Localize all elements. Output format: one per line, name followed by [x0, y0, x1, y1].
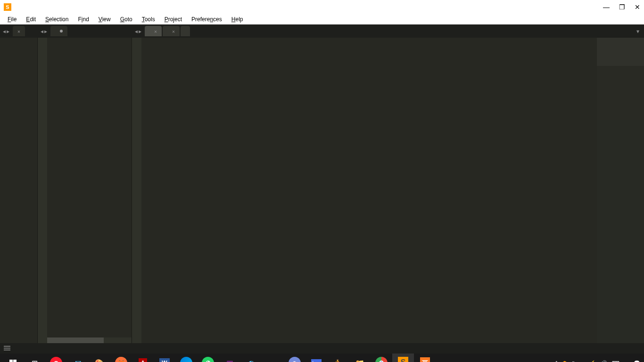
menu-file[interactable]: File — [4, 15, 20, 24]
tray-keyboard-icon[interactable]: ⌨ — [612, 360, 619, 362]
minimap[interactable] — [597, 38, 644, 343]
menu-help[interactable]: Help — [228, 15, 247, 24]
notifications-icon[interactable]: 💬 — [634, 360, 640, 362]
tab-item[interactable]: ✕ — [163, 26, 180, 36]
system-tray: ^ ⬢ ▯ ☁ ⚡ 🔊 ⌨ 💬 — [555, 360, 642, 362]
menu-find[interactable]: Find — [74, 15, 92, 24]
xampp-icon[interactable]: ਲ — [414, 354, 436, 362]
window-titlebar: S — ❐ ✕ — [0, 0, 644, 14]
status-bar — [0, 343, 644, 354]
tray-shield-icon[interactable]: ⬢ — [562, 360, 567, 362]
task-view-icon[interactable]: ⊞ — [24, 354, 45, 362]
opera-icon[interactable]: O — [45, 354, 67, 362]
tab-group-1: ◀▶ ✕ — [0, 25, 38, 38]
editor-workspace — [0, 38, 644, 343]
close-button[interactable]: ✕ — [635, 3, 640, 11]
edge-icon[interactable]: e — [175, 354, 197, 362]
tray-onedrive-icon[interactable]: ☁ — [579, 360, 585, 362]
discord-icon[interactable]: 👁 — [284, 354, 305, 362]
window-controls: — ❐ ✕ — [603, 3, 640, 11]
tab-item[interactable]: ✕ — [13, 26, 25, 36]
vscode-icon[interactable]: ⬧ — [262, 354, 284, 362]
editor-pane-1[interactable] — [0, 38, 38, 343]
mail-icon[interactable]: ✉ — [67, 354, 89, 362]
tray-battery-icon[interactable]: ⚡ — [589, 360, 596, 362]
menu-selection[interactable]: Selection — [41, 15, 72, 24]
editor-pane-3[interactable] — [132, 38, 644, 343]
menu-tools[interactable]: Tools — [138, 15, 159, 24]
menu-icon[interactable] — [4, 346, 10, 351]
dirty-icon — [60, 30, 63, 33]
menu-preferences[interactable]: Preferences — [188, 15, 226, 24]
chrome-icon[interactable] — [371, 354, 392, 362]
close-icon[interactable]: ✕ — [17, 29, 20, 34]
horizontal-scrollbar[interactable] — [38, 337, 132, 343]
tray-expand-icon[interactable]: ^ — [555, 360, 558, 362]
line-gutter — [132, 38, 141, 343]
runner-icon[interactable]: 🏃 — [327, 354, 349, 362]
line-gutter — [38, 38, 47, 343]
paint-icon[interactable]: 🎨 — [89, 354, 110, 362]
clip-icon[interactable]: ◐ — [240, 354, 262, 362]
word-icon[interactable]: W — [154, 354, 175, 362]
explorer-icon[interactable]: 📁 — [349, 354, 371, 362]
editor-pane-2[interactable] — [38, 38, 132, 343]
tab-group-3: ◀▶ ✕ ✕ ▼ — [132, 25, 644, 38]
gallery-icon[interactable]: ▦ — [219, 354, 240, 362]
maximize-button[interactable]: ❐ — [619, 3, 625, 11]
tab-item[interactable] — [181, 26, 190, 36]
menu-view[interactable]: View — [95, 15, 115, 24]
tab-arrows[interactable]: ◀▶ — [132, 25, 144, 38]
close-icon[interactable]: ✕ — [172, 29, 175, 34]
close-icon[interactable]: ✕ — [154, 29, 157, 34]
start-button[interactable] — [2, 354, 24, 362]
menu-bar: File Edit Selection Find View Goto Tools… — [0, 14, 644, 25]
minimize-button[interactable]: — — [603, 3, 610, 11]
tab-strip: ◀▶ ✕ ◀▶ ◀▶ ✕ ✕ ▼ — [0, 25, 644, 38]
tab-item[interactable] — [50, 26, 67, 36]
tab-arrows[interactable]: ◀▶ — [38, 25, 50, 38]
menu-goto[interactable]: Goto — [116, 15, 136, 24]
code-area[interactable] — [47, 38, 132, 343]
menu-project[interactable]: Project — [161, 15, 186, 24]
app-icon: S — [4, 3, 11, 11]
tray-app-icon[interactable]: ▯ — [572, 360, 575, 362]
tab-group-2: ◀▶ — [38, 25, 132, 38]
bwp-icon[interactable]: bwp — [305, 354, 327, 362]
firefox-icon[interactable]: 🦊 — [110, 354, 132, 362]
adobe-reader-icon[interactable]: A — [132, 354, 154, 362]
tab-item[interactable]: ✕ — [145, 26, 162, 36]
sublime-icon[interactable]: S — [392, 354, 414, 362]
whatsapp-icon[interactable]: ✆ — [197, 354, 219, 362]
tab-arrows[interactable]: ◀▶ — [0, 25, 12, 38]
tab-dropdown-icon[interactable]: ▼ — [632, 29, 644, 34]
tray-volume-icon[interactable]: 🔊 — [601, 360, 607, 362]
windows-taskbar: ⊞ O ✉ 🎨 🦊 A W e ✆ ▦ ◐ ⬧ 👁 bwp 🏃 📁 S ਲ ^ … — [0, 354, 644, 362]
code-area[interactable] — [141, 38, 644, 343]
menu-edit[interactable]: Edit — [22, 15, 40, 24]
